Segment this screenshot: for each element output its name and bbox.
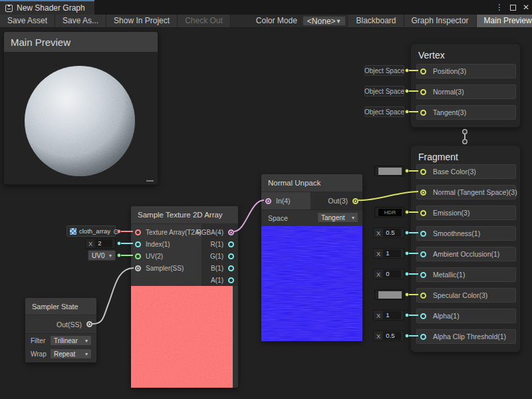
uv-channel-dropdown[interactable]: UV0 ▾ <box>88 250 116 261</box>
normal-port[interactable] <box>420 89 426 95</box>
vertex-context-block[interactable]: Vertex Position(3) Normal(3) Tangent(3) <box>410 43 521 128</box>
shader-graph-window: New Shader Graph ⋮ ✕ Save Asset Save As.… <box>0 0 532 399</box>
chevron-down-icon: ▾ <box>85 351 88 357</box>
position-space-dropdown[interactable]: Object Space <box>364 65 404 76</box>
rgba-port[interactable] <box>228 229 234 235</box>
filter-value: Trilinear <box>54 337 78 344</box>
close-icon[interactable]: ✕ <box>523 0 529 15</box>
hdr-color-value: HDR <box>378 209 402 216</box>
emission-port[interactable] <box>420 210 426 216</box>
object-picker-icon[interactable]: ⊙ <box>113 228 119 235</box>
alpha-port[interactable] <box>420 313 426 319</box>
in-port[interactable] <box>265 198 271 204</box>
port-label: Ambient Occlusion(1) <box>433 250 499 258</box>
fragment-row-metallic[interactable]: Metallic(1) <box>416 267 516 282</box>
alpha-clip-field[interactable]: X 0.5 <box>373 331 404 341</box>
index-port[interactable] <box>135 241 141 247</box>
g-port[interactable] <box>228 253 234 259</box>
smoothness-port[interactable] <box>420 231 426 237</box>
input-texture-array: Texture Array(T2A) <box>135 226 201 238</box>
filter-label: Filter <box>31 337 45 344</box>
port-label: A(1) <box>211 277 223 284</box>
alpha-field[interactable]: X 1 <box>373 310 404 321</box>
fragment-row-base-color[interactable]: Base Color(3) <box>416 164 516 179</box>
x-prefix: X <box>376 312 380 319</box>
smoothness-field[interactable]: X 0.5 <box>373 227 404 238</box>
smoothness-value[interactable]: 0.5 <box>383 229 401 237</box>
index-value[interactable]: 2 <box>95 239 112 247</box>
specular-color-port[interactable] <box>420 293 426 299</box>
base-color-swatch[interactable] <box>374 166 404 176</box>
port-label: Tangent(3) <box>433 108 466 116</box>
alpha-clip-value[interactable]: 0.5 <box>383 332 401 340</box>
out-ss-port[interactable] <box>86 321 92 327</box>
vertex-row-position[interactable]: Position(3) <box>416 64 516 78</box>
port-label: G(1) <box>210 253 223 260</box>
index-field[interactable]: X 2 <box>85 238 116 249</box>
save-as-button[interactable]: Save As... <box>55 15 106 27</box>
filter-dropdown[interactable]: Trilinear ▾ <box>50 335 92 346</box>
main-preview-toggle-button[interactable]: Main Preview <box>477 15 532 27</box>
metallic-port[interactable] <box>420 272 426 278</box>
uv-port[interactable] <box>135 253 141 259</box>
texture-array-object-field[interactable]: cloth_array ⊙ <box>66 225 116 237</box>
preview-sphere[interactable] <box>4 52 158 184</box>
graph-inspector-toggle-button[interactable]: Graph Inspector <box>404 15 477 27</box>
sampler-state-title[interactable]: Sampler State <box>25 298 96 315</box>
position-port[interactable] <box>420 68 426 74</box>
x-prefix: X <box>88 240 92 247</box>
texture-array-port[interactable] <box>135 229 141 235</box>
b-port[interactable] <box>228 265 234 271</box>
port-label: Smoothness(1) <box>433 229 480 237</box>
vertex-row-tangent[interactable]: Tangent(3) <box>416 105 516 120</box>
normal-unpack-node[interactable]: Normal Unpack In(4) Out(3) Space Tangent… <box>261 174 362 341</box>
panel-resize-handle[interactable] <box>146 180 154 182</box>
fragment-row-emission[interactable]: Emission(3) <box>416 205 516 220</box>
ambient-occlusion-value[interactable]: 1 <box>383 249 401 257</box>
normal-tangent-port[interactable] <box>420 190 426 196</box>
fragment-row-normal-tangent[interactable]: Normal (Tangent Space)(3) <box>416 185 516 200</box>
metallic-value[interactable]: 0 <box>383 270 401 278</box>
base-color-port[interactable] <box>420 169 426 175</box>
vertex-row-normal[interactable]: Normal(3) <box>416 84 516 99</box>
out-port[interactable] <box>352 198 358 204</box>
color-mode-dropdown[interactable]: <None> ▼ <box>303 16 346 26</box>
ambient-occlusion-port[interactable] <box>420 251 426 257</box>
alpha-clip-port[interactable] <box>420 334 426 340</box>
maximize-icon[interactable] <box>510 5 516 11</box>
r-port[interactable] <box>228 241 234 247</box>
port-label: Texture Array(T2A) <box>146 229 201 236</box>
port-label: RGBA(4) <box>196 229 223 236</box>
fragment-row-alpha-clip[interactable]: Alpha Clip Threshold(1) <box>416 329 516 344</box>
wrap-dropdown[interactable]: Repeat ▾ <box>50 348 92 359</box>
sample-texture-2d-array-node[interactable]: Sample Texture 2D Array Texture Array(T2… <box>131 206 238 388</box>
normal-space-dropdown[interactable]: Object Space <box>364 86 404 96</box>
main-preview-header[interactable]: Main Preview <box>4 32 158 52</box>
sampler-port[interactable] <box>135 265 141 271</box>
blackboard-toggle-button[interactable]: Blackboard <box>348 15 404 27</box>
space-value: Tangent <box>321 214 345 221</box>
fragment-context-block[interactable]: Fragment Base Color(3) Normal (Tangent S… <box>410 145 521 352</box>
tangent-port[interactable] <box>420 110 426 116</box>
metallic-field[interactable]: X 0 <box>373 269 404 279</box>
sampler-state-node[interactable]: Sampler State Out(SS) Filter Trilinear ▾… <box>25 298 96 362</box>
fragment-row-alpha[interactable]: Alpha(1) <box>416 309 516 323</box>
space-dropdown[interactable]: Tangent ▾ <box>317 212 358 223</box>
sample-node-title[interactable]: Sample Texture 2D Array <box>131 206 238 224</box>
x-prefix: X <box>376 332 380 340</box>
specular-color-swatch[interactable] <box>374 289 404 300</box>
ambient-occlusion-field[interactable]: X 1 <box>373 248 404 259</box>
fragment-row-ambient-occlusion[interactable]: Ambient Occlusion(1) <box>416 247 516 261</box>
emission-hdr-swatch[interactable]: HDR <box>374 207 404 217</box>
alpha-value[interactable]: 1 <box>383 311 401 319</box>
port-label: UV(2) <box>146 253 163 260</box>
fragment-row-specular-color[interactable]: Specular Color(3) <box>416 288 516 303</box>
normal-unpack-title[interactable]: Normal Unpack <box>261 174 362 192</box>
tab-new-shader-graph[interactable]: New Shader Graph <box>0 0 94 15</box>
a-port[interactable] <box>228 277 234 283</box>
fragment-row-smoothness[interactable]: Smoothness(1) <box>416 226 516 241</box>
kebab-menu-icon[interactable]: ⋮ <box>495 0 503 15</box>
show-in-project-button[interactable]: Show In Project <box>106 15 178 27</box>
save-asset-button[interactable]: Save Asset <box>0 15 55 27</box>
tangent-space-dropdown[interactable]: Object Space <box>364 106 404 117</box>
